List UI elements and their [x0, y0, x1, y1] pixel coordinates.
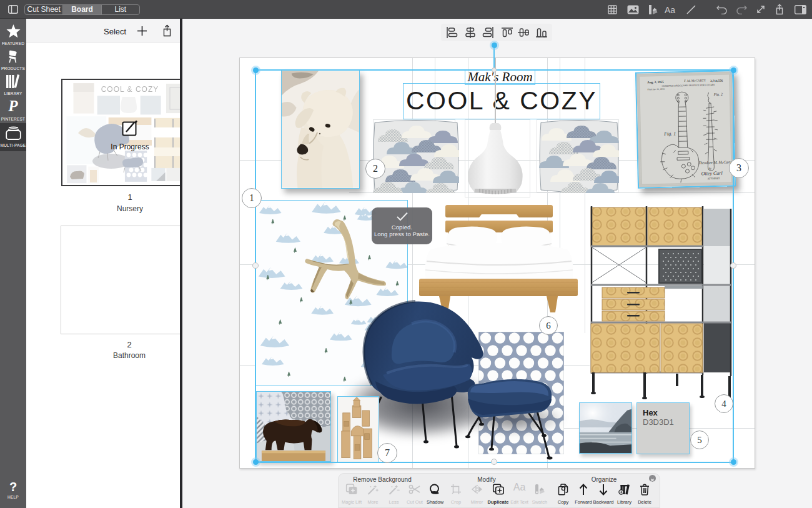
- svg-text:COOL & COZY: COOL & COZY: [101, 85, 159, 94]
- svg-text:P: P: [7, 99, 18, 114]
